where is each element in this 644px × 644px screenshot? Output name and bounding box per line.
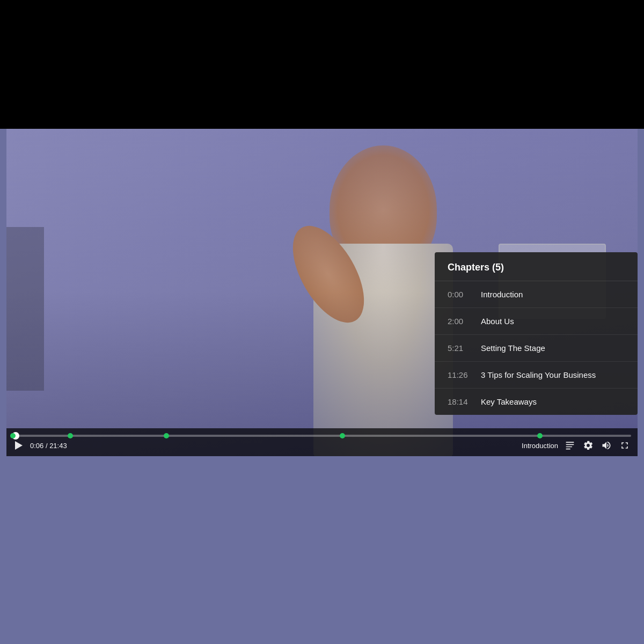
fullscreen-icon [619,440,630,451]
chapter-time-1: 2:00 [448,317,470,326]
chapter-item-4[interactable]: 18:14 Key Takeaways [435,389,638,415]
chapter-marker-3 [340,433,345,438]
volume-button[interactable] [600,439,613,452]
svg-rect-1 [566,444,574,445]
chapters-header: Chapters (5) [435,252,638,281]
volume-icon [601,440,612,451]
settings-button[interactable] [582,439,595,452]
fullscreen-button[interactable] [618,439,631,452]
svg-rect-0 [566,442,574,443]
chapter-item-3[interactable]: 11:26 3 Tips for Scaling Your Business [435,362,638,389]
chapter-item-2[interactable]: 5:21 Setting The Stage [435,335,638,362]
lower-area [0,456,644,644]
left-object [6,227,44,391]
chapter-time-0: 0:00 [448,290,470,299]
video-player: Chapters (5) 0:00 Introduction 2:00 Abou… [6,129,638,456]
controls-row: 0:06 / 21:43 Introduction [6,439,638,456]
controls-left: 0:06 / 21:43 [13,440,67,451]
chapter-title-4: Key Takeaways [481,397,537,406]
controls-bar: 0:06 / 21:43 Introduction [6,428,638,456]
svg-rect-3 [566,449,570,450]
chapters-title: Chapters (5) [448,262,504,273]
chapter-time-2: 5:21 [448,343,470,353]
chapter-item-1[interactable]: 2:00 About Us [435,308,638,335]
chapter-title-3: 3 Tips for Scaling Your Business [481,370,596,379]
play-icon [15,441,23,450]
chapter-marker-0 [10,433,16,438]
chapter-marker-1 [68,433,73,438]
svg-rect-2 [566,447,573,448]
chapter-title-2: Setting The Stage [481,343,545,353]
time-display: 0:06 / 21:43 [30,442,67,450]
chapter-title-1: About Us [481,317,514,326]
chapters-panel: Chapters (5) 0:00 Introduction 2:00 Abou… [435,252,638,415]
black-bar-top [0,0,644,129]
chapter-time-3: 11:26 [448,370,470,379]
progress-track[interactable] [13,435,631,437]
chapter-time-4: 18:14 [448,397,470,406]
chapter-marker-4 [537,433,543,438]
gear-icon [583,440,594,451]
play-button[interactable] [13,440,24,451]
progress-container[interactable] [6,435,638,437]
controls-right: Introduction [522,439,631,452]
current-chapter-label: Introduction [522,442,558,450]
chapters-icon [565,440,575,451]
chapter-item-0[interactable]: 0:00 Introduction [435,281,638,308]
chapter-marker-2 [164,433,169,438]
chapter-title-0: Introduction [481,290,523,299]
page-background: Chapters (5) 0:00 Introduction 2:00 Abou… [0,0,644,644]
chapters-button[interactable] [564,439,576,452]
